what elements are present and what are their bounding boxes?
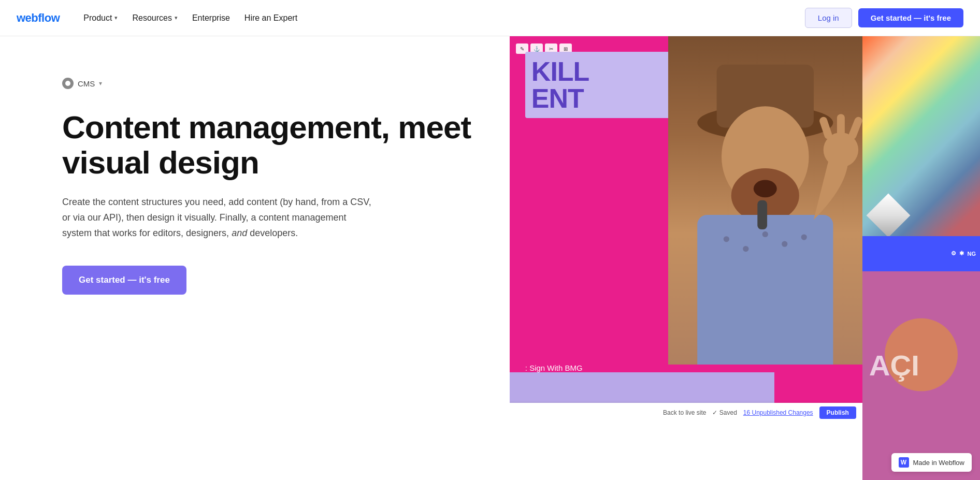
saved-indicator: ✓ Saved (712, 409, 737, 416)
rainbow-diamond (867, 193, 911, 236)
cms-chevron-icon: ▾ (99, 80, 102, 87)
product-chevron-icon: ▾ (114, 14, 118, 21)
nav-links: Product ▾ Resources ▾ Enterprise Hire an… (78, 10, 302, 26)
strip-blue: ⚙ ✱ NG (862, 236, 980, 272)
hero-visual: ✎ ⚓ ✂ ⊞ FEATUREDARTIST KILL ENT (510, 36, 980, 480)
hero-left: CMS ▾ Content management, meet visual de… (0, 36, 510, 480)
resources-chevron-icon: ▾ (175, 14, 178, 21)
cms-label: CMS (78, 79, 95, 88)
nav-product[interactable]: Product ▾ (78, 10, 123, 26)
svg-point-7 (762, 231, 768, 237)
strip-pink2: AÇI (862, 271, 980, 480)
svg-rect-4 (698, 215, 833, 365)
navbar: webflow Product ▾ Resources ▾ Enterprise… (0, 0, 980, 36)
svg-point-14 (754, 180, 777, 198)
hero-section: CMS ▾ Content management, meet visual de… (0, 36, 980, 480)
visual-main: ✎ ⚓ ✂ ⊞ FEATUREDARTIST KILL ENT (510, 36, 862, 423)
logo[interactable]: webflow (17, 11, 60, 25)
visual-right-strip: ⚙ ✱ NG AÇI (862, 36, 980, 480)
nav-resources[interactable]: Resources ▾ (127, 10, 182, 26)
webflow-w-icon: W (899, 457, 909, 468)
svg-point-8 (782, 241, 787, 247)
hero-cta-button[interactable]: Get started — it's free (62, 266, 186, 295)
nav-enterprise[interactable]: Enterprise (187, 10, 235, 26)
unpublished-changes[interactable]: 16 Unpublished Changes (743, 409, 813, 416)
cms-icon (62, 78, 74, 89)
hero-description: Create the content structures you need, … (62, 195, 373, 241)
svg-point-6 (743, 246, 749, 252)
back-to-live[interactable]: Back to live site (663, 409, 706, 416)
svg-rect-15 (758, 200, 768, 229)
publish-bar: Back to live site ✓ Saved 16 Unpublished… (510, 403, 862, 423)
navbar-left: webflow Product ▾ Resources ▾ Enterprise… (17, 10, 302, 26)
hero-title: Content management, meet visual design (62, 110, 479, 180)
hero-right: ✎ ⚓ ✂ ⊞ FEATUREDARTIST KILL ENT (510, 36, 980, 480)
cms-badge: CMS ▾ (62, 78, 479, 89)
svg-line-12 (853, 121, 858, 135)
person-photo (668, 36, 862, 365)
svg-line-13 (824, 121, 828, 135)
nav-hire-expert[interactable]: Hire an Expert (239, 10, 302, 26)
svg-text:AÇI: AÇI (869, 350, 919, 382)
nav-cta-button[interactable]: Get started — it's free (858, 8, 963, 27)
svg-point-9 (801, 234, 807, 240)
navbar-right: Log in Get started — it's free (805, 8, 963, 28)
person-silhouette (668, 36, 862, 365)
login-button[interactable]: Log in (805, 8, 852, 28)
strip-rainbow (862, 36, 980, 236)
publish-button[interactable]: Publish (819, 406, 856, 419)
svg-point-5 (724, 236, 729, 242)
made-with-webflow-badge[interactable]: W Made in Webflow (891, 453, 972, 472)
